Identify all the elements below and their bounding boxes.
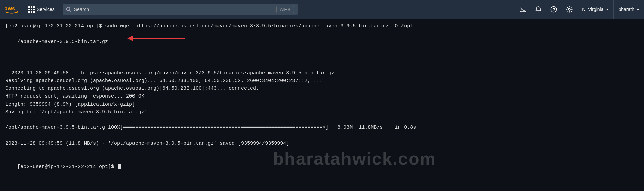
terminal-line-2: /apache-maven-3.9.5-bin.tar.gz <box>5 30 639 69</box>
navigation-bar: aws Services Search [Alt+S] <box>0 0 644 19</box>
svg-line-3 <box>69 10 71 12</box>
user-chevron-icon <box>637 9 639 10</box>
aws-logo[interactable]: aws <box>0 0 23 19</box>
svg-marker-1 <box>17 11 18 13</box>
services-button[interactable]: Services <box>23 0 59 19</box>
svg-point-8 <box>568 8 570 10</box>
terminal-line-6: HTTP request sent, awaiting response... … <box>5 92 639 100</box>
terminal-line-8: Saving to: '/opt/apache-maven-3.9.5-bin.… <box>5 108 639 116</box>
user-menu[interactable]: bharath <box>613 0 644 19</box>
notifications-button[interactable] <box>531 0 546 19</box>
svg-marker-10 <box>127 36 133 41</box>
terminal-line-11 <box>5 132 639 140</box>
terminal-line-14: [ec2-user@ip-172-31-22-214 opt]$ <box>5 155 639 179</box>
cloudshell-button[interactable] <box>515 0 531 19</box>
arrow-annotation <box>127 32 188 44</box>
terminal-line-1: [ec2-user@ip-172-31-22-214 opt]$ sudo wg… <box>5 22 639 30</box>
search-shortcut: [Alt+S] <box>276 6 294 13</box>
terminal-line-13 <box>5 147 639 155</box>
services-label: Services <box>37 7 55 12</box>
terminal-line-12: 2023-11-28 09:49:59 (11.8 MB/s) - '/opt/… <box>5 140 639 147</box>
svg-text:aws: aws <box>5 5 15 12</box>
terminal-line-9 <box>5 116 639 124</box>
terminal-line-7: Length: 9359994 (8.9M) [application/x-gz… <box>5 101 639 108</box>
help-button[interactable]: ? <box>546 0 561 19</box>
terminal-line-3: --2023-11-28 09:49:58-- https://apache.o… <box>5 69 639 77</box>
svg-rect-4 <box>520 7 526 12</box>
user-label: bharath <box>619 7 634 12</box>
nav-right: ? N. Virginia bharath <box>515 0 644 19</box>
terminal-line-5: Connecting to apache.osuosl.org (apache.… <box>5 85 639 92</box>
terminal-window[interactable]: [ec2-user@ip-172-31-22-214 opt]$ sudo wg… <box>0 19 644 191</box>
grid-icon <box>28 6 35 13</box>
region-chevron-icon <box>606 9 609 10</box>
terminal-progress-line: /opt/apache-maven-3.9.5-bin.tar.g 100%[=… <box>5 125 416 130</box>
region-selector[interactable]: N. Virginia <box>577 0 613 19</box>
terminal-line-4: Resolving apache.osuosl.org (apache.osuo… <box>5 77 639 85</box>
region-label: N. Virginia <box>582 7 603 12</box>
search-bar[interactable]: Search [Alt+S] <box>63 4 298 15</box>
terminal-cursor <box>118 164 121 169</box>
settings-button[interactable] <box>561 0 577 19</box>
search-placeholder: Search <box>74 7 274 12</box>
svg-text:?: ? <box>553 7 555 12</box>
search-icon <box>66 7 71 12</box>
